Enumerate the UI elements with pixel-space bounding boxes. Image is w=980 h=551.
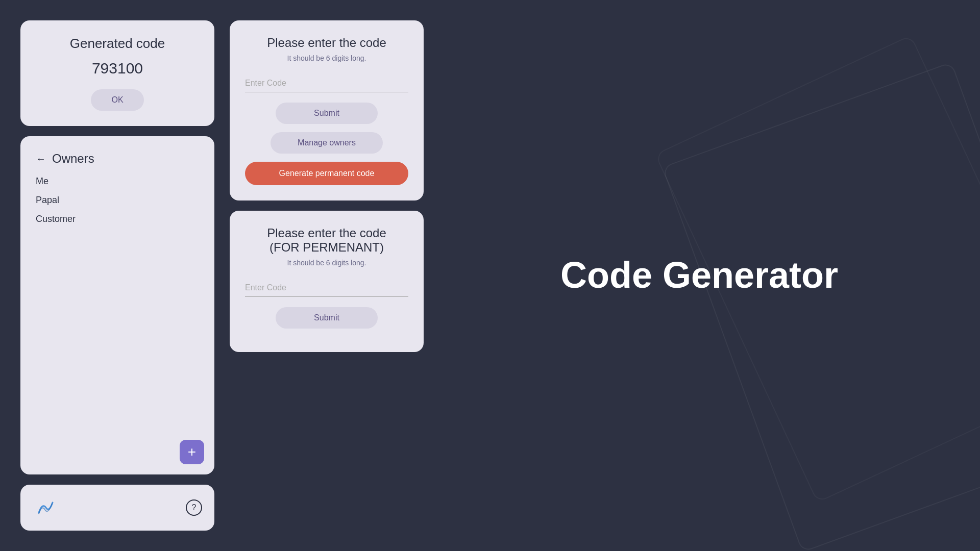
back-arrow-icon[interactable]: ← (36, 153, 46, 165)
list-item: Me (36, 176, 199, 187)
enter-code-permanent-subtitle: It should be 6 digits long. (245, 259, 408, 267)
app-title: Code Generator (560, 255, 838, 295)
generated-code-title: Generated code (36, 36, 199, 52)
help-icon[interactable]: ? (186, 499, 202, 516)
owners-header: ← Owners (36, 152, 199, 166)
enter-code-title: Please enter the code (245, 36, 408, 50)
enter-code-subtitle: It should be 6 digits long. (245, 54, 408, 62)
right-column: Code Generator (439, 20, 960, 531)
permanent-code-input[interactable] (245, 279, 408, 297)
generate-permanent-button[interactable]: Generate permanent code (245, 162, 408, 185)
owners-title: Owners (52, 152, 94, 166)
enter-code-permanent-card: Please enter the code (FOR PERMENANT) It… (230, 211, 424, 352)
list-item: Customer (36, 214, 199, 224)
enter-code-permanent-title: Please enter the code (FOR PERMENANT) (245, 226, 408, 255)
submit-button[interactable]: Submit (276, 103, 378, 124)
list-item: Papal (36, 195, 199, 206)
ok-button[interactable]: OK (91, 89, 143, 111)
add-owner-button[interactable]: + (180, 440, 204, 464)
enter-code-card: Please enter the code It should be 6 dig… (230, 20, 424, 201)
center-column: Please enter the code It should be 6 dig… (230, 20, 424, 531)
left-column: Generated code 793100 OK ← Owners Me Pap… (20, 20, 214, 531)
owners-card: ← Owners Me Papal Customer + (20, 136, 214, 474)
code-input[interactable] (245, 74, 408, 92)
app-logo (33, 495, 57, 520)
owners-list: Me Papal Customer (36, 176, 199, 224)
mini-card: ? (20, 485, 214, 531)
generated-code-value: 793100 (36, 60, 199, 77)
permanent-submit-button[interactable]: Submit (276, 307, 378, 329)
generated-code-card: Generated code 793100 OK (20, 20, 214, 126)
manage-owners-button[interactable]: Manage owners (271, 132, 383, 154)
